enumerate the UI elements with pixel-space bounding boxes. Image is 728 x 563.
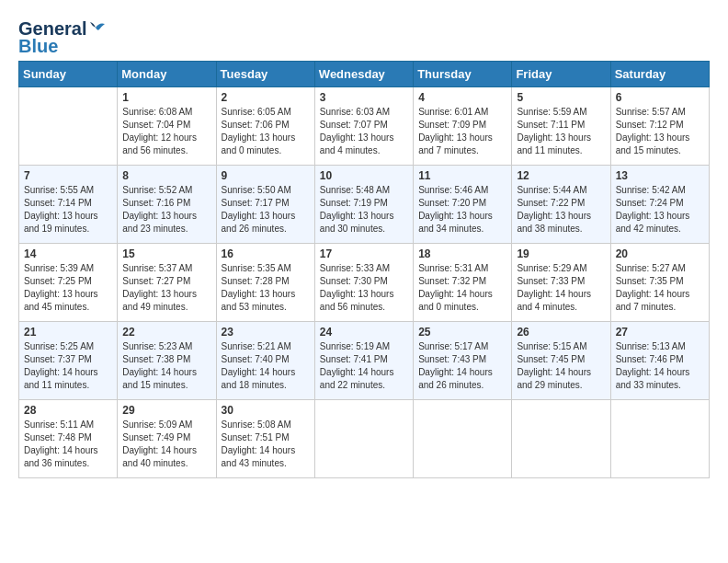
day-header-thursday: Thursday: [414, 62, 512, 87]
cell-info: Sunrise: 5:23 AMSunset: 7:38 PMDaylight:…: [122, 340, 210, 392]
cell-info: Sunrise: 5:21 AMSunset: 7:40 PMDaylight:…: [222, 340, 310, 392]
day-number: 1: [122, 91, 210, 104]
day-header-monday: Monday: [118, 62, 216, 87]
days-header-row: SundayMondayTuesdayWednesdayThursdayFrid…: [19, 62, 710, 87]
calendar-cell: 7Sunrise: 5:55 AMSunset: 7:14 PMDaylight…: [19, 166, 118, 244]
cell-info: Sunrise: 5:46 AMSunset: 7:20 PMDaylight:…: [418, 184, 506, 236]
cell-info: Sunrise: 6:05 AMSunset: 7:06 PMDaylight:…: [222, 106, 310, 157]
logo: General Blue: [18, 18, 107, 57]
day-number: 16: [222, 247, 310, 260]
calendar-cell: 1Sunrise: 6:08 AMSunset: 7:04 PMDaylight…: [118, 87, 216, 166]
calendar-cell: 10Sunrise: 5:48 AMSunset: 7:19 PMDayligh…: [314, 166, 413, 244]
week-row-5: 28Sunrise: 5:11 AMSunset: 7:48 PMDayligh…: [19, 400, 710, 478]
day-number: 20: [616, 247, 704, 260]
day-number: 18: [418, 247, 506, 260]
calendar-cell: 20Sunrise: 5:27 AMSunset: 7:35 PMDayligh…: [610, 244, 709, 322]
calendar-cell: 6Sunrise: 5:57 AMSunset: 7:12 PMDaylight…: [610, 87, 709, 166]
calendar-cell: 12Sunrise: 5:44 AMSunset: 7:22 PMDayligh…: [512, 166, 610, 244]
day-number: 3: [320, 91, 408, 104]
calendar-cell: 30Sunrise: 5:08 AMSunset: 7:51 PMDayligh…: [216, 400, 314, 478]
calendar-cell: [414, 400, 512, 478]
calendar-cell: 5Sunrise: 5:59 AMSunset: 7:11 PMDaylight…: [512, 87, 610, 166]
calendar-cell: 2Sunrise: 6:05 AMSunset: 7:06 PMDaylight…: [216, 87, 314, 166]
cell-info: Sunrise: 5:59 AMSunset: 7:11 PMDaylight:…: [517, 106, 605, 157]
calendar-cell: 19Sunrise: 5:29 AMSunset: 7:33 PMDayligh…: [512, 244, 610, 322]
cell-info: Sunrise: 5:11 AMSunset: 7:48 PMDaylight:…: [24, 419, 112, 470]
day-number: 13: [616, 169, 704, 182]
day-number: 11: [418, 169, 506, 182]
day-header-wednesday: Wednesday: [314, 62, 413, 87]
day-number: 8: [122, 169, 210, 182]
page-header: General Blue: [18, 18, 710, 57]
day-number: 10: [320, 169, 408, 182]
day-number: 27: [616, 326, 704, 339]
day-header-tuesday: Tuesday: [216, 62, 314, 87]
cell-info: Sunrise: 5:19 AMSunset: 7:41 PMDaylight:…: [320, 340, 408, 392]
calendar-cell: 26Sunrise: 5:15 AMSunset: 7:45 PMDayligh…: [512, 322, 610, 400]
cell-info: Sunrise: 5:31 AMSunset: 7:32 PMDaylight:…: [418, 262, 506, 314]
calendar-cell: 8Sunrise: 5:52 AMSunset: 7:16 PMDaylight…: [118, 166, 216, 244]
day-number: 6: [616, 91, 704, 104]
cell-info: Sunrise: 5:15 AMSunset: 7:45 PMDaylight:…: [517, 340, 605, 392]
day-number: 14: [24, 247, 112, 260]
day-number: 24: [320, 326, 408, 339]
week-row-1: 1Sunrise: 6:08 AMSunset: 7:04 PMDaylight…: [19, 87, 710, 166]
cell-info: Sunrise: 5:25 AMSunset: 7:37 PMDaylight:…: [24, 340, 112, 392]
calendar-cell: 17Sunrise: 5:33 AMSunset: 7:30 PMDayligh…: [314, 244, 413, 322]
calendar-cell: 28Sunrise: 5:11 AMSunset: 7:48 PMDayligh…: [19, 400, 118, 478]
week-row-4: 21Sunrise: 5:25 AMSunset: 7:37 PMDayligh…: [19, 322, 710, 400]
cell-info: Sunrise: 5:29 AMSunset: 7:33 PMDaylight:…: [517, 262, 605, 314]
calendar-cell: [19, 87, 118, 166]
day-number: 19: [517, 247, 605, 260]
day-number: 17: [320, 247, 408, 260]
day-header-friday: Friday: [512, 62, 610, 87]
cell-info: Sunrise: 5:44 AMSunset: 7:22 PMDaylight:…: [517, 184, 605, 236]
cell-info: Sunrise: 5:57 AMSunset: 7:12 PMDaylight:…: [616, 106, 704, 157]
logo-bird-icon: [86, 20, 107, 39]
cell-info: Sunrise: 5:39 AMSunset: 7:25 PMDaylight:…: [24, 262, 112, 314]
cell-info: Sunrise: 5:52 AMSunset: 7:16 PMDaylight:…: [122, 184, 210, 236]
cell-info: Sunrise: 5:17 AMSunset: 7:43 PMDaylight:…: [418, 340, 506, 392]
cell-info: Sunrise: 5:50 AMSunset: 7:17 PMDaylight:…: [222, 184, 310, 236]
calendar-cell: 22Sunrise: 5:23 AMSunset: 7:38 PMDayligh…: [118, 322, 216, 400]
day-number: 4: [418, 91, 506, 104]
calendar-cell: [512, 400, 610, 478]
week-row-3: 14Sunrise: 5:39 AMSunset: 7:25 PMDayligh…: [19, 244, 710, 322]
calendar-cell: 3Sunrise: 6:03 AMSunset: 7:07 PMDaylight…: [314, 87, 413, 166]
calendar-table: SundayMondayTuesdayWednesdayThursdayFrid…: [18, 61, 710, 478]
cell-info: Sunrise: 5:13 AMSunset: 7:46 PMDaylight:…: [616, 340, 704, 392]
cell-info: Sunrise: 5:33 AMSunset: 7:30 PMDaylight:…: [320, 262, 408, 314]
cell-info: Sunrise: 5:09 AMSunset: 7:49 PMDaylight:…: [122, 419, 210, 470]
calendar-cell: 27Sunrise: 5:13 AMSunset: 7:46 PMDayligh…: [610, 322, 709, 400]
day-number: 29: [122, 404, 210, 417]
day-number: 21: [24, 326, 112, 339]
day-number: 9: [222, 169, 310, 182]
calendar-cell: 21Sunrise: 5:25 AMSunset: 7:37 PMDayligh…: [19, 322, 118, 400]
cell-info: Sunrise: 5:48 AMSunset: 7:19 PMDaylight:…: [320, 184, 408, 236]
calendar-cell: 23Sunrise: 5:21 AMSunset: 7:40 PMDayligh…: [216, 322, 314, 400]
cell-info: Sunrise: 5:27 AMSunset: 7:35 PMDaylight:…: [616, 262, 704, 314]
day-number: 2: [222, 91, 310, 104]
calendar-cell: 29Sunrise: 5:09 AMSunset: 7:49 PMDayligh…: [118, 400, 216, 478]
calendar-cell: 14Sunrise: 5:39 AMSunset: 7:25 PMDayligh…: [19, 244, 118, 322]
calendar-cell: [314, 400, 413, 478]
calendar-cell: 16Sunrise: 5:35 AMSunset: 7:28 PMDayligh…: [216, 244, 314, 322]
day-header-saturday: Saturday: [610, 62, 709, 87]
cell-info: Sunrise: 5:08 AMSunset: 7:51 PMDaylight:…: [222, 419, 310, 470]
day-number: 22: [122, 326, 210, 339]
calendar-cell: 13Sunrise: 5:42 AMSunset: 7:24 PMDayligh…: [610, 166, 709, 244]
calendar-cell: [610, 400, 709, 478]
cell-info: Sunrise: 5:35 AMSunset: 7:28 PMDaylight:…: [222, 262, 310, 314]
calendar-cell: 4Sunrise: 6:01 AMSunset: 7:09 PMDaylight…: [414, 87, 512, 166]
day-number: 7: [24, 169, 112, 182]
cell-info: Sunrise: 5:55 AMSunset: 7:14 PMDaylight:…: [24, 184, 112, 236]
cell-info: Sunrise: 6:03 AMSunset: 7:07 PMDaylight:…: [320, 106, 408, 157]
week-row-2: 7Sunrise: 5:55 AMSunset: 7:14 PMDaylight…: [19, 166, 710, 244]
logo-blue: Blue: [18, 36, 58, 57]
calendar-cell: 18Sunrise: 5:31 AMSunset: 7:32 PMDayligh…: [414, 244, 512, 322]
calendar-cell: 9Sunrise: 5:50 AMSunset: 7:17 PMDaylight…: [216, 166, 314, 244]
day-header-sunday: Sunday: [19, 62, 118, 87]
day-number: 25: [418, 326, 506, 339]
calendar-cell: 15Sunrise: 5:37 AMSunset: 7:27 PMDayligh…: [118, 244, 216, 322]
cell-info: Sunrise: 6:01 AMSunset: 7:09 PMDaylight:…: [418, 106, 506, 157]
